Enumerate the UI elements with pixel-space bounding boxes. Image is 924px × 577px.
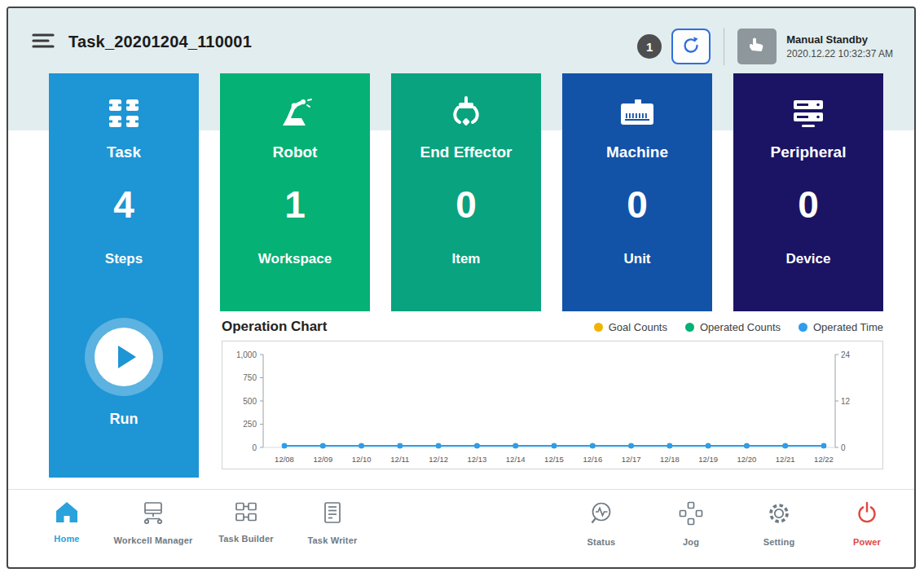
machine-card[interactable]: Machine 0 Unit xyxy=(562,73,712,311)
datetime: 2020.12.22 10:32:37 AM xyxy=(786,48,893,59)
legend-label: Operated Counts xyxy=(700,321,781,333)
task-writer-icon xyxy=(321,500,344,528)
nav-label: Jog xyxy=(683,537,699,547)
svg-text:12/16: 12/16 xyxy=(583,455,602,464)
jog-icon xyxy=(678,500,704,530)
card-label: Robot xyxy=(273,143,318,161)
peripheral-card[interactable]: Peripheral 0 Device xyxy=(733,73,883,311)
svg-text:12/13: 12/13 xyxy=(468,455,487,464)
svg-text:24: 24 xyxy=(841,350,851,359)
card-label: Machine xyxy=(606,143,668,161)
reset-button[interactable] xyxy=(671,29,711,64)
svg-text:12/10: 12/10 xyxy=(352,455,372,464)
nav-label: Status xyxy=(587,537,616,547)
card-sublabel: Workspace xyxy=(258,251,332,267)
svg-text:12/20: 12/20 xyxy=(737,455,757,464)
run-button-circle xyxy=(95,328,153,386)
svg-text:12/21: 12/21 xyxy=(776,455,795,464)
chart-header: Operation Chart Goal Counts Operated Cou… xyxy=(222,318,883,336)
svg-text:0: 0 xyxy=(252,443,257,452)
svg-text:12/08: 12/08 xyxy=(275,455,294,464)
card-value: 4 xyxy=(113,183,134,227)
setting-icon xyxy=(766,500,792,530)
page-title: Task_20201204_110001 xyxy=(68,33,252,51)
legend-dot xyxy=(594,323,603,332)
hand-icon xyxy=(746,34,768,59)
nav-home[interactable]: Home xyxy=(18,500,116,544)
run-label: Run xyxy=(110,411,139,428)
card-label: End Effector xyxy=(420,143,513,161)
menu-button[interactable] xyxy=(29,28,57,57)
legend-label: Operated Time xyxy=(813,321,883,333)
legend-label: Goal Counts xyxy=(609,321,667,333)
app-window: Task_20201204_110001 1 xyxy=(7,7,916,569)
card-sublabel: Device xyxy=(786,251,831,267)
nav-task-builder[interactable]: Task Builder xyxy=(197,500,295,544)
svg-text:12/14: 12/14 xyxy=(506,455,526,464)
machine-icon xyxy=(618,95,656,132)
nav-label: Task Writer xyxy=(307,535,357,545)
svg-text:12/18: 12/18 xyxy=(660,455,680,464)
task-card[interactable]: Task 4 Steps Run xyxy=(49,73,199,478)
svg-text:12/17: 12/17 xyxy=(622,455,641,464)
reset-icon xyxy=(680,35,702,59)
power-icon xyxy=(855,500,879,530)
manual-mode-button[interactable] xyxy=(737,29,777,64)
header-right: 1 Manual Standby 2020.1 xyxy=(637,28,893,65)
play-icon xyxy=(118,346,136,368)
notification-badge[interactable]: 1 xyxy=(637,34,662,59)
svg-text:12/11: 12/11 xyxy=(390,455,409,464)
svg-text:0: 0 xyxy=(841,443,846,452)
gripper-icon xyxy=(448,95,484,132)
svg-text:750: 750 xyxy=(243,373,257,382)
nav-label: Task Builder xyxy=(218,534,274,544)
svg-text:500: 500 xyxy=(243,397,257,406)
card-sublabel: Item xyxy=(452,251,481,267)
header-divider xyxy=(724,28,724,65)
svg-text:12/15: 12/15 xyxy=(544,455,564,464)
svg-text:250: 250 xyxy=(243,420,257,429)
run-button[interactable] xyxy=(85,318,163,396)
nav-label: Power xyxy=(853,537,881,547)
card-value: 1 xyxy=(284,183,306,227)
svg-text:12/19: 12/19 xyxy=(698,455,718,464)
svg-text:12/22: 12/22 xyxy=(814,455,834,464)
card-value: 0 xyxy=(798,183,819,227)
chart-title: Operation Chart xyxy=(222,319,327,335)
robot-arm-icon xyxy=(276,95,314,132)
mode-status: Manual Standby 2020.12.22 10:32:37 AM xyxy=(786,33,893,59)
nav-divider xyxy=(8,489,914,490)
nav-label: Home xyxy=(54,534,79,544)
legend-item: Operated Counts xyxy=(685,321,781,333)
card-sublabel: Steps xyxy=(105,251,143,267)
nav-task-writer[interactable]: Task Writer xyxy=(284,500,381,545)
nav-workcell-manager[interactable]: Workcell Manager xyxy=(104,500,202,545)
card-label: Peripheral xyxy=(771,143,847,161)
nav-label: Setting xyxy=(763,537,795,547)
robot-card[interactable]: Robot 1 Workspace xyxy=(220,73,370,311)
task-grid-icon xyxy=(106,95,142,132)
nav-status[interactable]: Status xyxy=(552,500,650,547)
svg-text:1,000: 1,000 xyxy=(236,350,257,359)
mode-label: Manual Standby xyxy=(786,33,893,46)
nav-label: Workcell Manager xyxy=(113,535,192,545)
workcell-manager-icon xyxy=(140,500,166,528)
operation-chart: 02505007501,0000122412/0812/0912/1012/11… xyxy=(222,341,883,469)
card-label: Task xyxy=(107,143,141,161)
menu-icon xyxy=(31,32,55,53)
task-builder-icon xyxy=(234,500,258,526)
legend-item: Goal Counts xyxy=(594,321,667,333)
status-icon xyxy=(588,500,614,530)
nav-power[interactable]: Power xyxy=(818,500,916,547)
operation-chart-plot: 02505007501,0000122412/0812/0912/1012/11… xyxy=(222,341,882,469)
nav-jog[interactable]: Jog xyxy=(642,500,740,547)
card-value: 0 xyxy=(455,183,477,227)
chart-legend: Goal Counts Operated Counts Operated Tim… xyxy=(594,321,883,333)
nav-setting[interactable]: Setting xyxy=(730,500,828,547)
legend-dot xyxy=(799,323,807,332)
end-effector-card[interactable]: End Effector 0 Item xyxy=(391,73,541,311)
svg-text:12/12: 12/12 xyxy=(429,455,448,464)
peripheral-icon xyxy=(790,95,826,132)
svg-text:12/09: 12/09 xyxy=(313,455,332,464)
home-icon xyxy=(55,500,79,526)
